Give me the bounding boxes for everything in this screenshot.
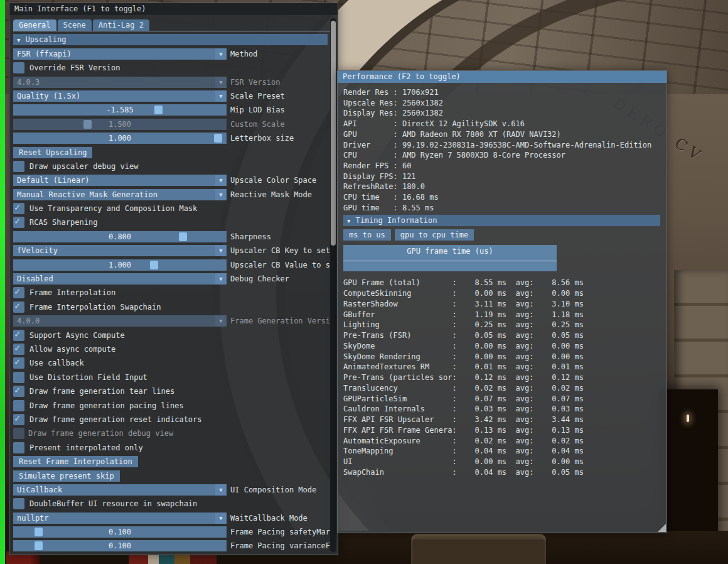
timing-information-header[interactable]: ▼Timing Information: [343, 215, 660, 226]
slider-grab[interactable]: [35, 528, 43, 536]
gpu-to-cpu-time-button[interactable]: gpu to cpu time: [395, 229, 474, 241]
checkmark-icon: ✓: [14, 301, 20, 312]
info-row-driver: Driver: 99.19.02-230831a-396538C-AMD-Sof…: [343, 140, 666, 151]
slider-grab[interactable]: [154, 106, 163, 114]
scrollbar-thumb[interactable]: [331, 21, 336, 246]
checkbox-use-transparency-and-composition-m[interactable]: ✓: [13, 203, 24, 214]
chevron-down-icon: ▼: [215, 512, 227, 524]
combo-value: UiCallback: [13, 484, 215, 496]
checkbox-draw-frame-generation-reset-indica[interactable]: ✓: [13, 414, 24, 425]
row-frame-interpolation-swapchain: ✓Frame Interpolation Swapchain: [13, 301, 338, 313]
slider-value: 0.100: [109, 541, 131, 550]
tab-general[interactable]: General: [13, 19, 56, 31]
combo-label: WaitCallback Mode: [230, 514, 308, 523]
checkbox-doublebuffer-ui-resource-in-swapch[interactable]: [13, 498, 24, 509]
timing-header-label: Timing Information: [355, 216, 437, 225]
timing-row-ffx-api-fsr-upscaler: FFX API FSR Upscaler:3.42 msavg:3.44 ms: [343, 415, 666, 425]
timing-avg-value: 0.00: [533, 457, 570, 467]
info-label: API: [343, 119, 393, 129]
timing-avg-label: avg:: [516, 437, 534, 445]
timing-value: 0.07: [457, 394, 493, 404]
timing-avg-value: 0.01: [533, 362, 570, 372]
timing-avg-value: 0.00: [533, 352, 570, 362]
row-draw-frame-generation-tear-lines: ✓Draw frame generation tear lines: [13, 386, 338, 397]
combo-value: Manual Reactive Mask Generation: [13, 189, 215, 200]
timing-name: FFX API FSR Upscaler: [343, 415, 452, 425]
combo-debug-checker[interactable]: Disabled▼: [13, 273, 227, 285]
timing-avg-label: avg:: [516, 404, 534, 413]
timing-row-cauldron-internals: Cauldron Internals:0.03 msavg:0.03 ms: [343, 404, 666, 415]
row-draw-frame-generation-reset-indica: ✓Draw frame generation reset indicators: [13, 414, 338, 425]
tab-scene[interactable]: Scene: [58, 19, 92, 31]
checkbox-override-fsr-version[interactable]: [13, 62, 24, 73]
resize-grip[interactable]: [658, 524, 666, 532]
plot-line: [343, 261, 557, 261]
combo-upscale-color-space[interactable]: Default (Linear)▼: [13, 175, 227, 186]
timing-name: AnimatedTextures RM: [343, 362, 452, 372]
slider-mip-lod-bias[interactable]: -1.585: [13, 104, 227, 116]
section-header-upscaling[interactable]: ▼Upscaling: [13, 34, 328, 45]
checkbox-use-distortion-field-input[interactable]: [13, 372, 24, 383]
timing-avg-label: avg:: [516, 320, 534, 329]
settings-rows: ▼UpscalingFSR (ffxapi)▼MethodOverride FS…: [13, 34, 338, 551]
checkbox-support-async-compute[interactable]: ✓: [13, 330, 24, 341]
slider-value: 0.800: [109, 232, 131, 241]
slider-grab[interactable]: [179, 232, 187, 241]
chevron-down-icon: ▼: [215, 245, 227, 256]
ms-to-us-button[interactable]: ms to us: [343, 229, 391, 241]
info-value: 60: [402, 161, 411, 170]
checkbox-frame-interpolation[interactable]: ✓: [13, 287, 24, 298]
timing-name: Cauldron Internals: [343, 404, 452, 415]
combo-label: Method: [230, 50, 257, 58]
checkbox-allow-async-compute[interactable]: ✓: [13, 344, 24, 355]
row-use-transparency-and-composition-m: ✓Use Transparency and Composition Mask: [13, 203, 338, 214]
main-scrollbar[interactable]: [330, 18, 336, 552]
combo-method[interactable]: FSR (ffxapi)▼: [13, 48, 227, 60]
timing-avg-value: 0.25: [533, 320, 570, 330]
checkbox-draw-upscaler-debug-view[interactable]: [13, 161, 24, 172]
timing-avg-label: avg:: [516, 331, 534, 340]
row-frame-generation-versio: 4.0.0▼Frame Generation Versio: [13, 315, 338, 327]
combo-scale-preset[interactable]: Quality (1.5x)▼: [13, 90, 227, 102]
checkbox-label: Draw upscaler debug view: [29, 162, 138, 171]
row-draw-frame-generation-debug-view: Draw frame generation debug view: [13, 428, 338, 439]
combo-upscaler-cb-key-to-set[interactable]: fVelocity▼: [13, 245, 227, 256]
slider-grab[interactable]: [214, 134, 222, 143]
slider-letterbox-size[interactable]: 1.000: [13, 133, 227, 144]
timing-avg-value: 3.44: [533, 415, 570, 425]
combo-waitcallback-mode[interactable]: nullptr▼: [13, 512, 227, 524]
tab-anti-lag-2[interactable]: Anti-Lag 2: [93, 19, 149, 31]
combo-ui-composition-mode[interactable]: UiCallback▼: [13, 484, 227, 496]
timing-row-lighting: Lighting:0.25 msavg:0.25 ms: [343, 320, 666, 330]
checkbox-use-callback[interactable]: ✓: [13, 357, 24, 369]
slider-grab[interactable]: [150, 261, 158, 269]
slider-sharpness[interactable]: 0.800: [13, 231, 227, 242]
timing-value: 0.00: [457, 457, 493, 467]
combo-reactive-mask-mode[interactable]: Manual Reactive Mask Generation▼: [13, 189, 227, 200]
simulate-present-skip-button[interactable]: Simulate present skip: [13, 470, 120, 482]
checkbox-rcas-sharpening[interactable]: ✓: [13, 217, 24, 228]
performance-window-titlebar[interactable]: Performance (F2 to toggle): [338, 71, 666, 83]
checkbox-draw-frame-generation-pacing-lines[interactable]: [13, 400, 24, 411]
timing-avg-label: avg:: [516, 394, 534, 403]
slider-upscaler-cb-value-to-se[interactable]: 1.000: [13, 259, 227, 271]
slider-frame-pacing-safetymarg[interactable]: 0.100: [13, 526, 227, 538]
checkbox-present-interpolated-only[interactable]: [13, 442, 24, 453]
main-window-titlebar[interactable]: Main Interface (F1 to toggle): [9, 3, 338, 15]
checkmark-icon: ✓: [14, 287, 20, 297]
checkbox-label: Use Distortion Field Input: [29, 373, 147, 382]
timing-avg-value: 0.00: [533, 288, 570, 299]
checkbox-draw-frame-generation-tear-lines[interactable]: ✓: [13, 386, 24, 397]
reset-frame-interpolation-button[interactable]: Reset Frame Interpolation: [13, 456, 138, 467]
slider-grab[interactable]: [35, 541, 43, 550]
timing-row-gbuffer: GBuffer:1.19 msavg:1.18 ms: [343, 310, 666, 320]
row-frame-interpolation: ✓Frame Interpolation: [13, 287, 338, 298]
checkbox-frame-interpolation-swapchain[interactable]: ✓: [13, 301, 24, 313]
timing-avg-label: avg:: [516, 289, 534, 298]
checkbox-label: Present interpolated only: [29, 443, 143, 452]
reset-upscaling-button[interactable]: Reset Upscaling: [13, 147, 92, 158]
row-sharpness: 0.800Sharpness: [13, 231, 338, 242]
row-upscaler-cb-value-to-se: 1.000Upscaler CB Value to se: [13, 259, 338, 271]
slider-frame-pacing-variancefa[interactable]: 0.100: [13, 540, 227, 551]
timing-row-swapchain: SwapChain:0.04 msavg:0.05 ms: [343, 467, 666, 478]
